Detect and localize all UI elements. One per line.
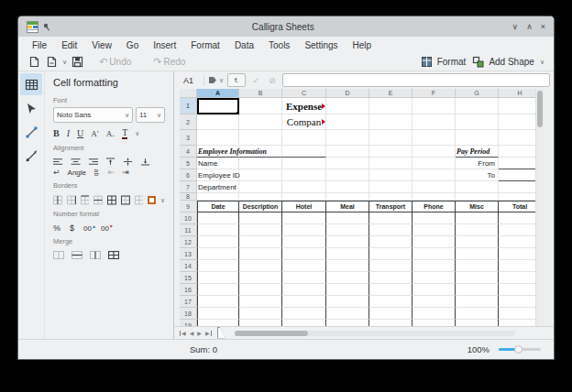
grid-cell-D17[interactable] (326, 296, 369, 308)
merge-vertical-button[interactable] (90, 251, 101, 259)
grid-cell-H19[interactable] (499, 320, 535, 326)
previous-sheet-button[interactable]: ◀ (190, 330, 194, 336)
grid-cell-G12[interactable] (456, 236, 499, 248)
grid-cell-B19[interactable] (239, 320, 282, 326)
grid-cell-H11[interactable] (499, 224, 535, 236)
grid-cell-A7[interactable]: Department (197, 181, 239, 193)
grid-cell-D10[interactable] (326, 212, 369, 224)
row-header-2[interactable]: 2 (180, 114, 197, 130)
column-header-H[interactable]: H (499, 89, 535, 98)
merge-cells-button[interactable] (53, 251, 64, 259)
grid-cell-D3[interactable] (326, 130, 369, 146)
angle-button[interactable]: Angle (68, 169, 86, 177)
grid-cell-E3[interactable] (369, 130, 412, 146)
grid-cell-G2[interactable] (456, 114, 499, 130)
zoom-slider[interactable] (499, 348, 541, 351)
grid-cell-D14[interactable] (326, 260, 369, 272)
first-sheet-button[interactable]: ◀ (180, 330, 186, 336)
grid-cell-E11[interactable] (369, 224, 412, 236)
grid-cell-G9[interactable]: Misc (456, 201, 499, 212)
grid-cell-H8[interactable] (499, 193, 535, 201)
grid-cell-C14[interactable] (282, 260, 326, 272)
grid-cell-G19[interactable] (456, 320, 499, 326)
grid-cell-H1[interactable] (499, 98, 535, 114)
column-header-B[interactable]: B (239, 89, 282, 98)
grid-cell-G13[interactable] (456, 248, 499, 260)
row-header-15[interactable]: 15 (180, 272, 197, 284)
merge-horizontal-button[interactable] (72, 251, 82, 259)
grid-cell-F1[interactable] (412, 98, 456, 114)
grid-cell-F4[interactable] (412, 146, 456, 158)
row-header-13[interactable]: 13 (180, 248, 197, 260)
align-bottom-button[interactable] (140, 158, 150, 166)
add-shape-icon[interactable] (472, 56, 484, 68)
grid-cell-E13[interactable] (369, 248, 412, 260)
grid-cell-A16[interactable] (197, 284, 239, 296)
menu-item-format[interactable]: Format (184, 38, 226, 52)
border-top-button[interactable] (81, 195, 90, 205)
grid-cell-H17[interactable] (499, 296, 535, 308)
grid-cell-C12[interactable] (282, 236, 326, 248)
underline-button[interactable]: U (77, 129, 83, 138)
grid-cell-F12[interactable] (412, 236, 456, 248)
calligraphy-tool-button[interactable] (20, 145, 42, 167)
grid-cell-C17[interactable] (282, 296, 326, 308)
font-family-select[interactable]: Noto Sans ∨ (53, 107, 133, 123)
grid-cell-A2[interactable] (197, 114, 239, 130)
column-header-D[interactable]: D (326, 89, 369, 98)
grid-cell-A19[interactable] (197, 320, 239, 326)
close-icon[interactable]: × (541, 23, 545, 31)
new-document-icon[interactable] (28, 56, 40, 68)
grid-cell-A14[interactable] (197, 260, 239, 272)
row-header-6[interactable]: 6 (180, 169, 197, 181)
named-ranges-button[interactable]: ∨ (208, 76, 224, 84)
horizontal-scrollbar[interactable] (235, 331, 515, 336)
grid-cell-H2[interactable] (499, 114, 535, 130)
grid-cell-B4[interactable] (239, 146, 282, 158)
open-dropdown-icon[interactable]: ∨ (62, 59, 67, 66)
grid-cell-E7[interactable] (369, 181, 412, 193)
grid-cell-E16[interactable] (369, 284, 412, 296)
grid-cell-C13[interactable] (282, 248, 326, 260)
grid-cell-C11[interactable] (282, 224, 326, 236)
grid-cell-H4[interactable] (499, 146, 535, 158)
row-header-9[interactable]: 9 (180, 201, 197, 212)
grid-cell-E2[interactable] (369, 114, 412, 130)
grid-cell-A4[interactable]: Employee Information (197, 146, 239, 158)
grid-cell-D4[interactable] (326, 146, 369, 158)
grid-cell-H5[interactable] (499, 158, 535, 169)
column-header-E[interactable]: E (369, 89, 412, 98)
vertical-text-button[interactable]: ab (94, 169, 100, 177)
grid-cell-C9[interactable]: Hotel (282, 201, 326, 212)
grid-cell-A11[interactable] (197, 224, 239, 236)
grid-cell-E12[interactable] (369, 236, 412, 248)
grid-cell-B15[interactable] (239, 272, 282, 284)
row-header-17[interactable]: 17 (180, 296, 197, 308)
grid-cell-E15[interactable] (369, 272, 412, 284)
grid-cell-F13[interactable] (412, 248, 456, 260)
horizontal-scrollbar-thumb[interactable] (235, 331, 308, 336)
grid-cell-H7[interactable] (499, 181, 535, 193)
accept-icon[interactable]: ✓ (249, 76, 262, 85)
add-shape-dropdown-icon[interactable]: ∨ (540, 59, 544, 66)
cancel-icon[interactable]: ⊘ (266, 76, 279, 85)
menu-item-settings[interactable]: Settings (298, 38, 344, 52)
row-header-11[interactable]: 11 (180, 224, 197, 236)
grid-cell-D9[interactable]: Meal (326, 201, 369, 212)
grid-cell-F9[interactable]: Phone (412, 201, 456, 212)
select-all-corner[interactable] (180, 89, 197, 98)
grid-cell-H16[interactable] (499, 284, 535, 296)
grid-cell-A1[interactable] (197, 98, 239, 114)
grid-cell-D1[interactable] (326, 98, 369, 114)
grid-cell-C3[interactable] (282, 130, 326, 146)
border-right-button[interactable] (67, 195, 76, 205)
menu-item-view[interactable]: View (85, 38, 118, 52)
vertical-scrollbar[interactable] (535, 89, 544, 326)
format-icon[interactable] (421, 56, 433, 68)
next-sheet-button[interactable]: ▶ (197, 330, 202, 336)
grid-cell-D12[interactable] (326, 236, 369, 248)
grid-cell-A5[interactable]: Name (197, 158, 239, 169)
grid-cell-B14[interactable] (239, 260, 282, 272)
align-center-button[interactable] (71, 158, 81, 166)
grid-cell-A10[interactable] (197, 212, 239, 224)
